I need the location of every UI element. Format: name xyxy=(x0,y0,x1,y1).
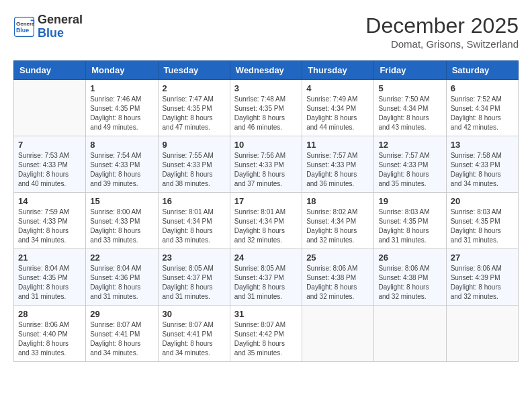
day-info: Sunrise: 7:59 AM Sunset: 4:33 PM Dayligh… xyxy=(18,208,81,245)
day-info: Sunrise: 7:48 AM Sunset: 4:35 PM Dayligh… xyxy=(234,95,298,132)
day-of-week-header: Saturday xyxy=(446,61,518,80)
calendar-cell: 16Sunrise: 8:01 AM Sunset: 4:34 PM Dayli… xyxy=(158,193,230,249)
day-info: Sunrise: 7:54 AM Sunset: 4:33 PM Dayligh… xyxy=(90,151,153,189)
day-number: 21 xyxy=(18,253,81,263)
day-info: Sunrise: 8:04 AM Sunset: 4:35 PM Dayligh… xyxy=(18,264,81,302)
logo-blue-text: Blue xyxy=(38,26,64,40)
calendar-cell: 6Sunrise: 7:52 AM Sunset: 4:34 PM Daylig… xyxy=(446,80,518,136)
logo: General Blue General Blue xyxy=(13,13,83,40)
day-info: Sunrise: 7:55 AM Sunset: 4:33 PM Dayligh… xyxy=(163,151,226,189)
day-number: 31 xyxy=(234,309,298,319)
day-number: 27 xyxy=(451,253,514,263)
day-number: 18 xyxy=(306,196,369,206)
calendar-cell: 1Sunrise: 7:46 AM Sunset: 4:35 PM Daylig… xyxy=(86,80,158,136)
day-of-week-header: Thursday xyxy=(302,61,374,80)
calendar-cell: 2Sunrise: 7:47 AM Sunset: 4:35 PM Daylig… xyxy=(158,80,230,136)
location: Domat, Grisons, Switzerland xyxy=(365,38,519,50)
calendar-cell: 17Sunrise: 8:01 AM Sunset: 4:34 PM Dayli… xyxy=(230,193,302,249)
day-number: 17 xyxy=(234,196,298,206)
day-number: 2 xyxy=(163,83,226,93)
day-number: 15 xyxy=(90,196,153,206)
day-info: Sunrise: 8:07 AM Sunset: 4:42 PM Dayligh… xyxy=(234,320,298,358)
calendar-cell: 29Sunrise: 8:07 AM Sunset: 4:41 PM Dayli… xyxy=(86,306,158,362)
calendar-cell: 5Sunrise: 7:50 AM Sunset: 4:34 PM Daylig… xyxy=(374,80,446,136)
calendar-week-row: 21Sunrise: 8:04 AM Sunset: 4:35 PM Dayli… xyxy=(14,249,519,306)
day-number: 22 xyxy=(90,253,153,263)
calendar-cell xyxy=(14,80,86,136)
calendar-cell: 11Sunrise: 7:57 AM Sunset: 4:33 PM Dayli… xyxy=(302,136,374,193)
day-number: 1 xyxy=(90,83,153,93)
calendar-cell: 25Sunrise: 8:06 AM Sunset: 4:38 PM Dayli… xyxy=(302,249,374,306)
calendar-cell: 9Sunrise: 7:55 AM Sunset: 4:33 PM Daylig… xyxy=(158,136,230,193)
day-info: Sunrise: 7:52 AM Sunset: 4:34 PM Dayligh… xyxy=(451,95,514,132)
day-number: 6 xyxy=(451,83,514,93)
calendar-cell: 13Sunrise: 7:58 AM Sunset: 4:33 PM Dayli… xyxy=(446,136,518,193)
day-info: Sunrise: 7:56 AM Sunset: 4:33 PM Dayligh… xyxy=(234,151,298,189)
calendar-cell: 27Sunrise: 8:06 AM Sunset: 4:39 PM Dayli… xyxy=(446,249,518,306)
day-info: Sunrise: 8:06 AM Sunset: 4:40 PM Dayligh… xyxy=(18,320,81,358)
logo-name: General Blue xyxy=(38,13,83,40)
day-number: 29 xyxy=(90,309,153,319)
day-number: 11 xyxy=(306,140,369,150)
day-info: Sunrise: 8:07 AM Sunset: 4:41 PM Dayligh… xyxy=(90,320,153,358)
calendar-week-row: 28Sunrise: 8:06 AM Sunset: 4:40 PM Dayli… xyxy=(14,306,519,362)
calendar-week-row: 14Sunrise: 7:59 AM Sunset: 4:33 PM Dayli… xyxy=(14,193,519,249)
day-number: 20 xyxy=(451,196,514,206)
day-info: Sunrise: 8:06 AM Sunset: 4:38 PM Dayligh… xyxy=(306,264,369,302)
calendar-table: SundayMondayTuesdayWednesdayThursdayFrid… xyxy=(13,60,519,362)
day-info: Sunrise: 7:53 AM Sunset: 4:33 PM Dayligh… xyxy=(18,151,81,189)
day-number: 28 xyxy=(18,309,81,319)
day-info: Sunrise: 7:47 AM Sunset: 4:35 PM Dayligh… xyxy=(163,95,226,132)
month-title: December 2025 xyxy=(365,13,519,38)
calendar-cell: 21Sunrise: 8:04 AM Sunset: 4:35 PM Dayli… xyxy=(14,249,86,306)
calendar-cell: 22Sunrise: 8:04 AM Sunset: 4:36 PM Dayli… xyxy=(86,249,158,306)
day-of-week-header: Friday xyxy=(374,61,446,80)
day-info: Sunrise: 7:49 AM Sunset: 4:34 PM Dayligh… xyxy=(306,95,369,132)
day-info: Sunrise: 8:05 AM Sunset: 4:37 PM Dayligh… xyxy=(234,264,298,302)
svg-text:General: General xyxy=(16,21,35,27)
calendar-cell xyxy=(302,306,374,362)
day-number: 7 xyxy=(18,140,81,150)
svg-text:Blue: Blue xyxy=(16,27,29,34)
calendar-cell: 28Sunrise: 8:06 AM Sunset: 4:40 PM Dayli… xyxy=(14,306,86,362)
calendar-cell: 4Sunrise: 7:49 AM Sunset: 4:34 PM Daylig… xyxy=(302,80,374,136)
calendar-week-row: 1Sunrise: 7:46 AM Sunset: 4:35 PM Daylig… xyxy=(14,80,519,136)
day-number: 14 xyxy=(18,196,81,206)
day-info: Sunrise: 7:50 AM Sunset: 4:34 PM Dayligh… xyxy=(378,95,441,132)
calendar-cell: 14Sunrise: 7:59 AM Sunset: 4:33 PM Dayli… xyxy=(14,193,86,249)
day-info: Sunrise: 8:07 AM Sunset: 4:41 PM Dayligh… xyxy=(163,320,226,358)
day-number: 4 xyxy=(306,83,369,93)
calendar-cell: 26Sunrise: 8:06 AM Sunset: 4:38 PM Dayli… xyxy=(374,249,446,306)
calendar-cell: 12Sunrise: 7:57 AM Sunset: 4:33 PM Dayli… xyxy=(374,136,446,193)
day-number: 19 xyxy=(378,196,441,206)
day-number: 3 xyxy=(234,83,298,93)
calendar-header-row: SundayMondayTuesdayWednesdayThursdayFrid… xyxy=(14,61,519,80)
day-info: Sunrise: 8:02 AM Sunset: 4:34 PM Dayligh… xyxy=(306,208,369,245)
calendar-cell: 24Sunrise: 8:05 AM Sunset: 4:37 PM Dayli… xyxy=(230,249,302,306)
calendar-cell: 15Sunrise: 8:00 AM Sunset: 4:33 PM Dayli… xyxy=(86,193,158,249)
title-block: December 2025 Domat, Grisons, Switzerlan… xyxy=(365,13,519,50)
day-number: 26 xyxy=(378,253,441,263)
logo-general-text: General xyxy=(38,13,83,26)
calendar-cell: 19Sunrise: 8:03 AM Sunset: 4:35 PM Dayli… xyxy=(374,193,446,249)
day-info: Sunrise: 8:01 AM Sunset: 4:34 PM Dayligh… xyxy=(163,208,226,245)
day-info: Sunrise: 8:05 AM Sunset: 4:37 PM Dayligh… xyxy=(163,264,226,302)
day-number: 9 xyxy=(163,140,226,150)
day-info: Sunrise: 7:57 AM Sunset: 4:33 PM Dayligh… xyxy=(378,151,441,189)
calendar-cell xyxy=(446,306,518,362)
day-info: Sunrise: 8:00 AM Sunset: 4:33 PM Dayligh… xyxy=(90,208,153,245)
day-number: 25 xyxy=(306,253,369,263)
day-of-week-header: Monday xyxy=(86,61,158,80)
day-number: 24 xyxy=(234,253,298,263)
calendar-cell: 20Sunrise: 8:03 AM Sunset: 4:35 PM Dayli… xyxy=(446,193,518,249)
day-number: 23 xyxy=(163,253,226,263)
calendar-cell: 3Sunrise: 7:48 AM Sunset: 4:35 PM Daylig… xyxy=(230,80,302,136)
calendar-cell: 7Sunrise: 7:53 AM Sunset: 4:33 PM Daylig… xyxy=(14,136,86,193)
calendar-cell: 30Sunrise: 8:07 AM Sunset: 4:41 PM Dayli… xyxy=(158,306,230,362)
calendar-cell xyxy=(374,306,446,362)
day-number: 13 xyxy=(451,140,514,150)
day-of-week-header: Sunday xyxy=(14,61,86,80)
calendar-cell: 10Sunrise: 7:56 AM Sunset: 4:33 PM Dayli… xyxy=(230,136,302,193)
day-number: 30 xyxy=(163,309,226,319)
calendar-week-row: 7Sunrise: 7:53 AM Sunset: 4:33 PM Daylig… xyxy=(14,136,519,193)
